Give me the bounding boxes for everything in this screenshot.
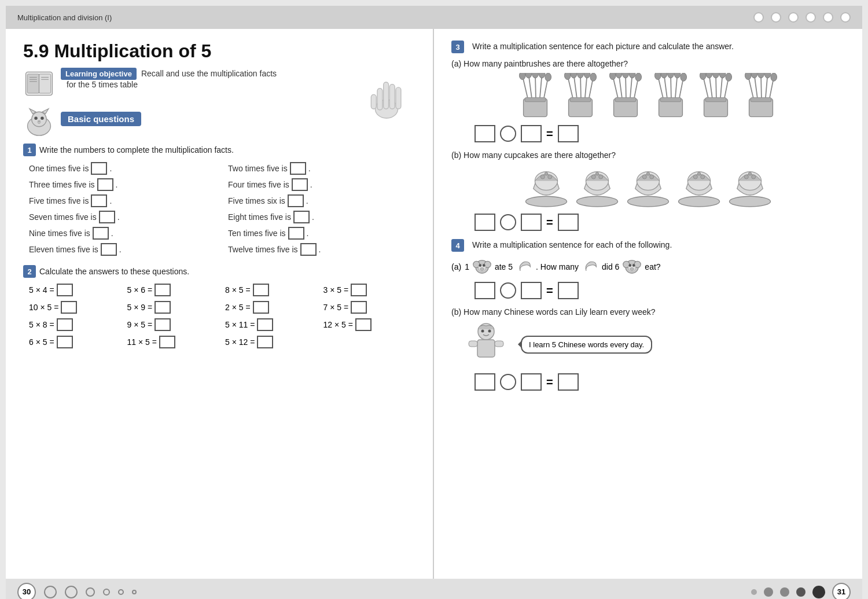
svg-point-112 [701,175,705,179]
calc-13-answer[interactable] [57,336,73,348]
svg-point-113 [697,172,700,175]
learning-line: Learning objective Recall and use the mu… [61,68,277,80]
fact-5-answer[interactable] [91,194,107,207]
calc-3-answer[interactable] [253,284,269,296]
q4-text: Write a multiplication sentence for each… [472,239,672,251]
svg-point-75 [706,73,712,78]
paintbrush-row [451,73,845,119]
q4-section: 4 Write a multiplication sentence for ea… [451,239,845,391]
eq-circle-b [500,214,516,230]
bottom-dot-outline-1 [86,587,95,597]
eq-box-a3[interactable] [558,125,579,142]
calc-7-answer[interactable] [253,301,269,314]
calc-2-answer[interactable] [155,284,171,296]
fact-11-answer[interactable] [101,243,117,256]
svg-point-102 [599,175,603,179]
q3b-question: How many cupcakes are there altogether? [464,150,616,160]
calc-6-answer[interactable] [155,301,171,314]
svg-point-87 [751,73,757,78]
calc-14: 11 × 5 = [127,336,220,348]
q3a-label: (a) How many paintbrushes are there alto… [451,59,845,68]
svg-point-27 [525,73,532,78]
eq-box-d3[interactable] [558,373,579,391]
basic-section: Basic questions [23,108,415,137]
svg-point-69 [681,73,687,81]
svg-point-93 [771,73,777,81]
bottom-dot-filled-2 [764,587,773,597]
basic-questions-label: Basic questions [61,112,141,126]
fact-4-answer[interactable] [292,178,308,191]
svg-point-20 [41,116,43,119]
calc-15: 5 × 12 = [225,336,318,348]
fact-4-label: Four times five is [228,180,289,189]
speech-text: I learn 5 Chinese words every day. [529,340,644,349]
fact-row-1: One times five is . [29,162,216,175]
eq-box-b2[interactable] [521,214,542,231]
eq-box-c3[interactable] [558,282,579,299]
svg-point-43 [584,73,590,78]
svg-point-137 [481,330,484,333]
paintbrush-cup-3 [605,73,646,119]
calc-3: 8 × 5 = [225,284,318,296]
bottom-left: 30 [17,583,137,600]
eq-box-a2[interactable] [521,125,542,142]
eq-box-c2[interactable] [521,282,542,299]
eq-box-b3[interactable] [558,214,579,231]
fact-7-label: Seven times five is [29,212,97,222]
fact-12-answer[interactable] [300,243,317,256]
svg-point-65 [668,73,674,78]
eq-row-a: = [475,125,845,142]
calc-12-answer[interactable] [355,318,372,331]
calc-11-answer[interactable] [257,318,273,331]
fact-7-answer[interactable] [99,211,115,223]
svg-point-79 [719,73,726,78]
calc-15-answer[interactable] [257,336,273,348]
calc-5-answer[interactable] [61,301,77,314]
page-title: 5.9 Multiplication of 5 [23,41,415,62]
q1-intro: 1 Write the numbers to complete the mult… [23,144,415,156]
eq-box-a1[interactable] [475,125,495,142]
calc-14-answer[interactable] [159,336,175,348]
eq-box-d2[interactable] [521,373,542,391]
svg-point-109 [678,196,719,207]
fact-12-label: Twelve times five is [228,245,298,254]
svg-point-130 [629,264,632,267]
fact-10-answer[interactable] [288,227,304,240]
eq-box-c1[interactable] [475,282,495,299]
cupcake-1 [523,164,569,208]
calc-9-answer[interactable] [57,318,73,331]
cupcake-3 [625,164,671,208]
top-bar-title: Multiplication and division (I) [17,13,112,22]
q3a-label-text: (a) [451,59,461,68]
eq-box-d1[interactable] [475,373,495,391]
calc-9: 5 × 8 = [29,318,122,331]
q3-number: 3 [451,41,464,53]
top-dot-5 [823,12,833,23]
svg-rect-2 [39,74,51,93]
calc-4-answer[interactable] [351,284,367,296]
svg-point-53 [623,73,629,78]
learning-label: Learning objective [61,68,137,80]
svg-point-107 [650,175,654,179]
lily-row: I learn 5 Chinese words every day. [463,321,845,368]
left-page: 5.9 Multiplication of 5 Le [6,29,434,579]
fact-8-answer[interactable] [293,211,310,223]
eq-box-b1[interactable] [475,214,495,231]
svg-point-39 [571,73,577,78]
learning-content: Learning objective Recall and use the mu… [61,68,277,89]
monkey-icon-2 [623,258,641,276]
fact-1-answer[interactable] [91,162,107,175]
calc-2: 5 × 6 = [127,284,220,296]
svg-point-97 [548,175,552,179]
q3b-label-text: (b) [451,150,461,160]
fact-6-answer[interactable] [288,194,304,207]
svg-rect-134 [477,340,495,357]
top-dot-2 [771,12,781,23]
fact-2-answer[interactable] [290,162,306,175]
fact-3-answer[interactable] [97,178,113,191]
calc-10-answer[interactable] [155,318,171,331]
calc-1-answer[interactable] [57,284,73,296]
fact-9-answer[interactable] [93,227,109,240]
calc-8-answer[interactable] [351,301,367,314]
svg-point-55 [629,73,635,78]
